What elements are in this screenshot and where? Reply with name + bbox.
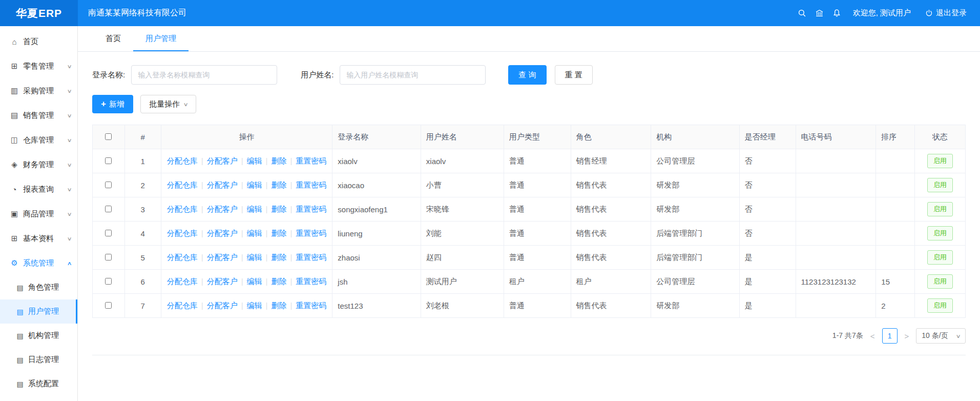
add-button[interactable]: + 新增 [92,95,133,113]
assign-warehouse-link[interactable]: 分配仓库 [167,277,198,286]
sidebar-item-product[interactable]: ▣商品管理∨ [0,202,77,226]
column-header-9: 排序 [876,125,914,149]
assign-customer-link[interactable]: 分配客户 [207,277,238,286]
status-badge[interactable]: 启用 [927,202,953,216]
status-badge[interactable]: 启用 [927,154,953,168]
delete-link[interactable]: 删除 [271,181,286,189]
column-header-6: 机构 [651,125,739,149]
assign-warehouse-link[interactable]: 分配仓库 [167,156,198,165]
sidebar-item-role-management[interactable]: ▤角色管理 [0,275,77,299]
sidebar-item-report[interactable]: ◔报表查询∨ [0,177,77,202]
sidebar-item-org-management[interactable]: ▤机构管理 [0,324,77,348]
sidebar-item-sales[interactable]: ▤销售管理∨ [0,103,77,128]
notification-bell-icon[interactable] [828,5,846,22]
delete-link[interactable]: 删除 [271,229,286,237]
cell-role: 销售代表 [571,246,651,270]
sidebar-item-home[interactable]: ⌂首页 [0,29,77,54]
status-badge[interactable]: 启用 [927,298,953,313]
reset-password-link[interactable]: 重置密码 [296,156,326,165]
assign-customer-link[interactable]: 分配客户 [207,301,238,310]
user-name-input[interactable] [340,65,486,85]
cell-sort [876,197,914,222]
sidebar-item-warehouse[interactable]: ◫仓库管理∨ [0,128,77,152]
app-logo[interactable]: 华夏ERP [0,0,78,26]
status-badge[interactable]: 启用 [927,250,953,265]
table-row: 6分配仓库|分配客户|编辑|删除|重置密码jsh测试用户租户租户公司管理层是11… [93,270,966,294]
assign-customer-link[interactable]: 分配客户 [207,205,238,213]
search-icon[interactable] [794,5,811,22]
assign-warehouse-link[interactable]: 分配仓库 [167,205,198,213]
row-checkbox[interactable] [105,206,112,212]
sidebar-item-purchase[interactable]: ▥采购管理∨ [0,78,77,103]
sidebar-item-user-management[interactable]: ▤用户管理 [0,299,77,324]
select-all-checkbox[interactable] [105,133,112,140]
batch-operation-button[interactable]: 批量操作 ∨ [140,95,196,113]
sidebar-item-basic[interactable]: ⊞基本资料∨ [0,226,77,251]
assign-customer-link[interactable]: 分配客户 [207,156,238,165]
cell-sort [876,246,914,270]
tab-user-management[interactable]: 用户管理 [133,26,189,51]
reset-password-link[interactable]: 重置密码 [296,301,326,310]
reset-password-link[interactable]: 重置密码 [296,181,326,189]
status-badge[interactable]: 启用 [927,274,953,289]
assign-warehouse-link[interactable]: 分配仓库 [167,253,198,262]
assign-warehouse-link[interactable]: 分配仓库 [167,229,198,237]
assign-warehouse-link[interactable]: 分配仓库 [167,301,198,310]
assign-warehouse-link[interactable]: 分配仓库 [167,181,198,189]
page-size-select[interactable]: 10 条/页 ∨ [916,328,966,344]
row-checkbox[interactable] [105,230,112,236]
tab-home[interactable]: 首页 [93,26,133,51]
edit-link[interactable]: 编辑 [247,277,262,286]
delete-link[interactable]: 删除 [271,301,286,310]
row-checkbox[interactable] [105,254,112,260]
row-checkbox[interactable] [105,157,112,164]
logout-icon [925,9,933,17]
search-button[interactable]: 查 询 [508,65,546,85]
row-actions: 分配仓库|分配客户|编辑|删除|重置密码 [161,270,332,294]
row-checkbox[interactable] [105,182,112,188]
edit-link[interactable]: 编辑 [247,181,262,189]
sidebar-item-system[interactable]: ⚙系统管理∧ [0,251,77,275]
delete-link[interactable]: 删除 [271,205,286,213]
sidebar-item-system-config[interactable]: ▤系统配置 [0,372,77,396]
edit-link[interactable]: 编辑 [247,301,262,310]
delete-link[interactable]: 删除 [271,253,286,262]
sidebar-item-retail[interactable]: ⊞零售管理∨ [0,54,77,78]
cell-status: 启用 [914,222,965,246]
row-checkbox[interactable] [105,302,112,309]
sidebar-item-finance[interactable]: ◈财务管理∨ [0,152,77,177]
next-page-icon[interactable]: > [904,332,910,340]
status-badge[interactable]: 启用 [927,226,953,240]
sidebar-item-label: 用户管理 [28,307,59,316]
cell-sort [876,173,914,197]
reset-password-link[interactable]: 重置密码 [296,205,326,213]
assign-customer-link[interactable]: 分配客户 [207,229,238,237]
sidebar-item-label: 日志管理 [28,355,59,365]
delete-link[interactable]: 删除 [271,156,286,165]
reset-password-link[interactable]: 重置密码 [296,229,326,237]
reset-password-link[interactable]: 重置密码 [296,277,326,286]
reset-button[interactable]: 重 置 [555,65,593,85]
edit-link[interactable]: 编辑 [247,253,262,262]
assign-customer-link[interactable]: 分配客户 [207,253,238,262]
prev-page-icon[interactable]: < [869,332,876,340]
edit-link[interactable]: 编辑 [247,205,262,213]
separator: | [266,301,268,310]
institution-icon[interactable] [811,5,828,22]
row-checkbox[interactable] [105,278,112,285]
sidebar-item-log-management[interactable]: ▤日志管理 [0,348,77,372]
cell-login-name: xiaocao [332,173,421,197]
separator: | [290,181,292,189]
logout-button[interactable]: 退出登录 [925,8,967,18]
assign-customer-link[interactable]: 分配客户 [207,181,238,189]
login-name-input[interactable] [131,65,277,85]
cell-phone: 1123123123132 [796,270,876,294]
edit-link[interactable]: 编辑 [247,156,262,165]
delete-link[interactable]: 删除 [271,277,286,286]
checkbox-cell [93,270,125,294]
reset-password-link[interactable]: 重置密码 [296,253,326,262]
content-divider [92,355,966,355]
page-number[interactable]: 1 [882,328,898,344]
edit-link[interactable]: 编辑 [247,229,262,237]
status-badge[interactable]: 启用 [927,178,953,192]
